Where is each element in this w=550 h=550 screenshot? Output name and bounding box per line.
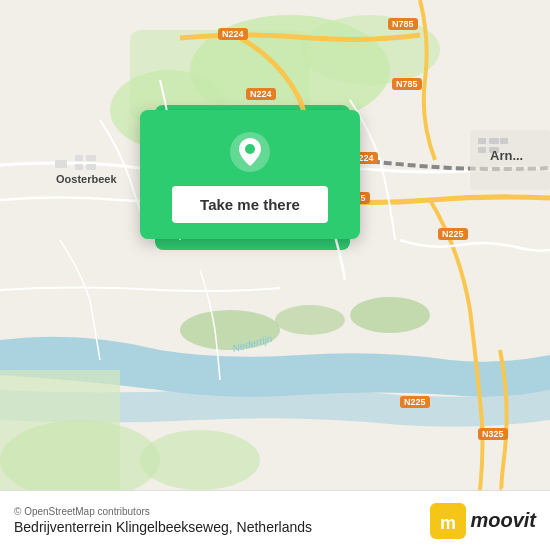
svg-rect-16: [55, 160, 67, 168]
svg-point-25: [245, 144, 255, 154]
location-name: Bedrijventerrein Klingelbeekseweg, Nethe…: [14, 519, 312, 535]
moovit-icon: m: [430, 503, 466, 539]
svg-point-8: [350, 297, 430, 333]
svg-rect-20: [500, 138, 508, 144]
svg-point-7: [275, 305, 345, 335]
popup-card: Take me there: [140, 110, 360, 239]
svg-point-6: [180, 310, 280, 350]
map-container: N224 N224 N224 N785 N785 N225 N225 N225 …: [0, 0, 550, 490]
bottom-bar: © OpenStreetMap contributors Bedrijvente…: [0, 490, 550, 550]
osm-credit: © OpenStreetMap contributors: [14, 506, 312, 517]
svg-text:m: m: [440, 513, 456, 533]
moovit-logo: m moovit: [430, 503, 536, 539]
svg-rect-21: [478, 147, 486, 153]
svg-rect-12: [75, 155, 83, 161]
svg-point-3: [300, 15, 440, 85]
svg-rect-14: [75, 164, 83, 170]
svg-rect-18: [478, 138, 486, 144]
bottom-left: © OpenStreetMap contributors Bedrijvente…: [14, 506, 312, 535]
location-pin-icon: [228, 130, 272, 174]
take-me-there-button[interactable]: Take me there: [172, 186, 328, 223]
svg-rect-15: [86, 164, 96, 170]
moovit-text: moovit: [470, 509, 536, 532]
map-background: [0, 0, 550, 490]
svg-rect-22: [489, 147, 499, 153]
svg-point-11: [140, 430, 260, 490]
svg-rect-19: [489, 138, 499, 144]
svg-rect-13: [86, 155, 96, 161]
